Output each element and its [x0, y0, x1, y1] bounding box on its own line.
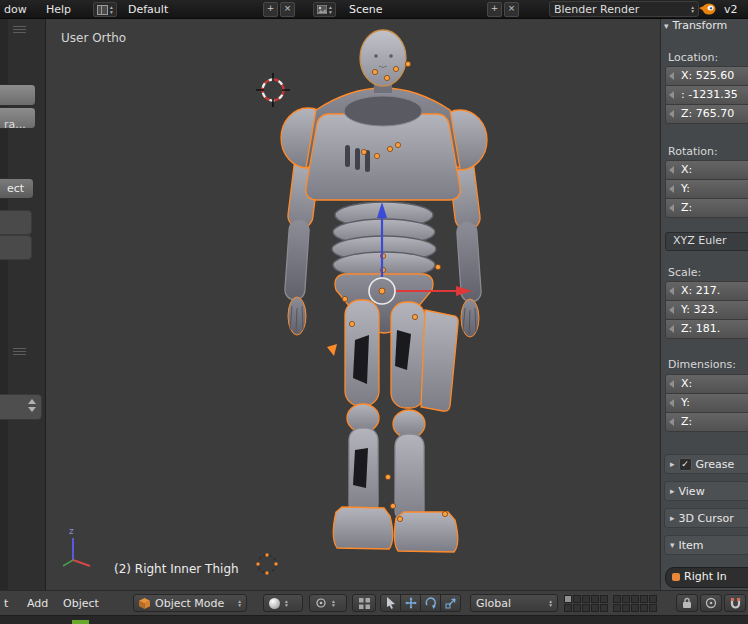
- close-scene-button[interactable]: ×: [504, 2, 519, 17]
- layer-toggle[interactable]: [640, 604, 648, 612]
- decrement-arrow-icon[interactable]: [669, 72, 674, 80]
- scale-z-field[interactable]: Z: 181.: [665, 319, 748, 339]
- shelf-button-partial[interactable]: [0, 84, 36, 106]
- dimensions-x-field[interactable]: X:: [665, 374, 748, 394]
- scene-name-field[interactable]: Scene: [349, 3, 383, 16]
- stepper-arrows-icon[interactable]: [28, 399, 36, 412]
- menu-help[interactable]: Help: [46, 3, 71, 16]
- add-layout-button[interactable]: +: [263, 2, 278, 17]
- rotation-x-value: X:: [681, 163, 692, 176]
- location-y-field[interactable]: : -1231.35: [665, 85, 748, 105]
- mode-select[interactable]: Object Mode ▴▾: [133, 594, 247, 612]
- dimensions-y-field[interactable]: Y:: [665, 393, 748, 413]
- panel-3d-cursor[interactable]: ▸ 3D Cursor: [664, 508, 748, 528]
- layer-toggle[interactable]: [613, 595, 621, 603]
- dimensions-fields: X: Y: Z:: [665, 374, 748, 432]
- decrement-arrow-icon[interactable]: [669, 399, 674, 407]
- rotation-mode-select[interactable]: XYZ Euler: [665, 232, 748, 251]
- menu-select-partial[interactable]: t: [4, 597, 8, 610]
- layer-toggle[interactable]: [600, 595, 608, 603]
- arrow-down-icon: ▾: [691, 9, 694, 14]
- manipulator-toggle-button[interactable]: [380, 594, 401, 612]
- panel-grip-icon[interactable]: [13, 348, 26, 357]
- shelf-panel-partial[interactable]: [0, 235, 32, 260]
- transform-orientation-select[interactable]: Global ▴▾: [470, 594, 558, 612]
- decrement-arrow-icon[interactable]: [669, 166, 674, 174]
- snap-button[interactable]: [724, 594, 746, 612]
- decrement-arrow-icon[interactable]: [669, 306, 674, 314]
- arrow-up-icon[interactable]: [28, 399, 36, 404]
- grease-checkbox[interactable]: ✓: [679, 458, 692, 471]
- active-object-label: (2) Right Inner Thigh: [114, 562, 239, 576]
- decrement-arrow-icon[interactable]: [669, 204, 674, 212]
- layers-group-2: [613, 595, 657, 612]
- layer-toggle[interactable]: [640, 595, 648, 603]
- layer-toggle[interactable]: [573, 604, 581, 612]
- decrement-arrow-icon[interactable]: [669, 110, 674, 118]
- viewport-3d[interactable]: z User Ortho (2) Right Inner Thigh: [46, 18, 660, 590]
- location-z-field[interactable]: Z: 765.70: [665, 104, 748, 124]
- layer-toggle[interactable]: [564, 595, 572, 603]
- layer-toggle[interactable]: [622, 595, 630, 603]
- rotation-z-field[interactable]: Z:: [665, 198, 748, 218]
- layer-toggle[interactable]: [613, 604, 621, 612]
- decrement-arrow-icon[interactable]: [669, 380, 674, 388]
- render-engine-select[interactable]: Blender Render ▴▾: [549, 1, 699, 17]
- layer-toggle[interactable]: [649, 604, 657, 612]
- layer-toggle[interactable]: [622, 604, 630, 612]
- decrement-arrow-icon[interactable]: [669, 185, 674, 193]
- location-x-field[interactable]: X: 525.60: [665, 66, 748, 86]
- translate-manipulator-button[interactable]: [400, 594, 421, 612]
- rotation-y-field[interactable]: Y:: [665, 179, 748, 199]
- layer-toggle[interactable]: [591, 595, 599, 603]
- shelf-stepper[interactable]: [0, 394, 42, 420]
- circle-icon: [705, 597, 717, 609]
- panel-view[interactable]: ▸ View: [664, 481, 748, 501]
- timeline-playhead[interactable]: [72, 620, 89, 624]
- close-layout-button[interactable]: ×: [280, 2, 295, 17]
- layer-toggle[interactable]: [582, 604, 590, 612]
- layout-name-field[interactable]: Default: [128, 3, 168, 16]
- layer-toggle[interactable]: [631, 604, 639, 612]
- proportional-edit-button[interactable]: [700, 594, 722, 612]
- lock-to-scene-button[interactable]: [676, 594, 698, 612]
- dimensions-z-field[interactable]: Z:: [665, 412, 748, 432]
- decrement-arrow-icon[interactable]: [669, 91, 674, 99]
- pivot-point-select[interactable]: ▴▾: [309, 594, 347, 612]
- menu-add[interactable]: Add: [27, 597, 48, 610]
- panel-grip-icon[interactable]: [13, 26, 26, 35]
- shelf-button-ect[interactable]: ect: [0, 178, 34, 199]
- screen-layout-browser[interactable]: ▴▾: [93, 2, 117, 17]
- scene-browser[interactable]: ▴▾: [313, 2, 336, 17]
- layer-toggle[interactable]: [591, 604, 599, 612]
- arrow-down-icon: ▾: [110, 10, 113, 15]
- layer-toggle[interactable]: [631, 595, 639, 603]
- layer-toggle[interactable]: [600, 604, 608, 612]
- pivot-align-toggle[interactable]: [352, 594, 376, 612]
- rotate-manipulator-button[interactable]: [420, 594, 441, 612]
- scale-manipulator-button[interactable]: [440, 594, 461, 612]
- scale-y-field[interactable]: Y: 323.: [665, 300, 748, 320]
- item-name-field[interactable]: Right In: [665, 567, 748, 588]
- panel-transform-header[interactable]: ▾ Transform: [664, 19, 727, 32]
- triangle-right-icon: ▸: [670, 486, 675, 496]
- layer-toggle[interactable]: [564, 604, 572, 612]
- arrow-down-icon[interactable]: [28, 407, 36, 412]
- add-scene-button[interactable]: +: [487, 2, 502, 17]
- menu-window[interactable]: dow: [4, 3, 27, 16]
- layer-toggle[interactable]: [582, 595, 590, 603]
- menu-object[interactable]: Object: [63, 597, 99, 610]
- shelf-panel-partial[interactable]: [0, 210, 32, 235]
- rotation-x-field[interactable]: X:: [665, 160, 748, 180]
- decrement-arrow-icon[interactable]: [669, 418, 674, 426]
- viewport-shading-select[interactable]: ▴▾: [263, 594, 303, 612]
- layer-toggle[interactable]: [649, 595, 657, 603]
- scale-x-field[interactable]: X: 217.: [665, 281, 748, 301]
- panel-item[interactable]: ▾ Item: [664, 535, 748, 555]
- panel-grease-pencil[interactable]: ▸ ✓ Grease: [664, 454, 748, 474]
- triangle-down-icon: ▾: [670, 540, 675, 550]
- layer-toggle[interactable]: [573, 595, 581, 603]
- decrement-arrow-icon[interactable]: [669, 287, 674, 295]
- decrement-arrow-icon[interactable]: [669, 325, 674, 333]
- chevron-updown-icon: ▴▾: [332, 599, 335, 608]
